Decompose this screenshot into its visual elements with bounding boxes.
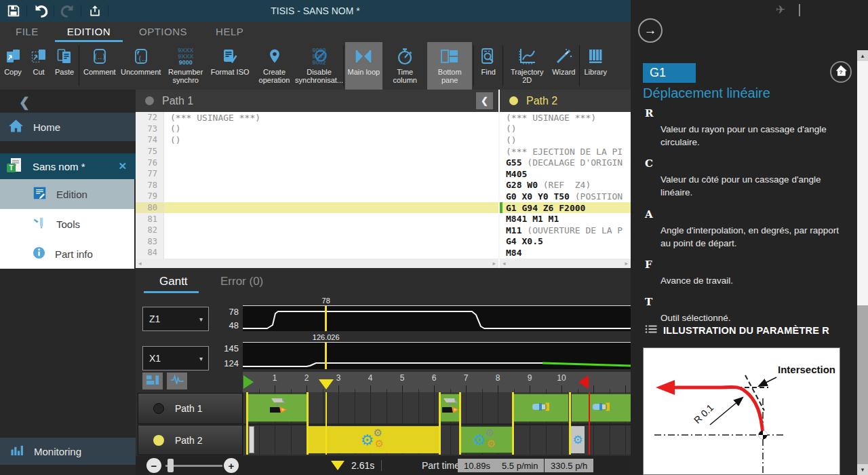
timeline-ruler[interactable]: 12345678910 [243, 372, 631, 392]
code-line[interactable]: M11 (OUVERTURE DE LA P [500, 225, 631, 236]
scroll-down-icon[interactable]: ▾ [857, 464, 868, 475]
code-line[interactable]: 73() [136, 124, 498, 135]
gantt-block[interactable] [572, 394, 631, 422]
undo-icon[interactable] [31, 2, 50, 20]
gantt-block[interactable]: ⚙ [571, 426, 585, 453]
scroll-up-icon[interactable]: ▴ [857, 50, 868, 61]
find-button[interactable]: Find [475, 42, 501, 90]
sidebar-item-part-info[interactable]: Part info [0, 239, 134, 269]
sidebar-item-edition[interactable]: Edition [0, 179, 134, 209]
menu-help[interactable]: HELP [201, 22, 258, 42]
axis-selector-x1[interactable]: X1 ▾ [142, 346, 209, 370]
disable-synchro-button[interactable]: 900090019002 Disable synchronisat... [297, 42, 342, 90]
code-line[interactable]: G55 (DECALAGE D'ORIGIN [500, 157, 631, 168]
time-column-button[interactable]: Time column [382, 42, 427, 90]
code-line[interactable]: 79 [136, 191, 498, 202]
help-panel-scrollbar[interactable]: ▴ ▾ [857, 50, 868, 475]
tab-gantt[interactable]: Gantt [159, 275, 188, 288]
panel-collapse-button[interactable]: ❮ [476, 92, 493, 109]
sidebar-item-tools[interactable]: Tools [0, 209, 134, 239]
code-line[interactable]: 82 [136, 225, 498, 236]
gantt-lanes[interactable]: ⚙⚙⚙⚙⚙⚙⚙ [243, 392, 631, 455]
code-line[interactable]: 77 [136, 168, 498, 180]
code-line[interactable]: G28 W0 (REF Z4) [500, 180, 631, 191]
code-line[interactable]: 78 [136, 180, 498, 191]
main-loop-button[interactable]: Main loop [345, 42, 383, 90]
code-line[interactable]: 80 [136, 202, 498, 214]
create-operation-button[interactable]: Create operation [252, 42, 297, 90]
uncomment-button[interactable]: (‥ Uncomment [119, 42, 163, 90]
scroll-left-icon[interactable]: ◂ [502, 260, 506, 267]
zoom-in-button[interactable]: + [224, 458, 239, 473]
path1-horizontal-scrollbar[interactable]: ◂ ▸ [136, 259, 498, 268]
path1-code-area[interactable]: 72(*** USINAGE ***)73()74()7576777879808… [136, 112, 498, 259]
pin-panel-icon[interactable]: ✈ [776, 3, 785, 16]
save-icon[interactable] [4, 2, 22, 20]
code-line[interactable]: 81 [136, 213, 498, 225]
paste-button[interactable]: Paste [52, 42, 77, 90]
zoom-slider-handle[interactable] [167, 459, 174, 472]
code-line[interactable]: () [500, 124, 631, 135]
path2-code-area[interactable]: (*** USINAGE ***)()()(*** EJECTION DE LA… [500, 112, 631, 259]
sidebar-project-tab[interactable]: T Sans nom * ✕ [0, 153, 136, 179]
menu-options[interactable]: OPTIONS [125, 22, 201, 42]
copy-button[interactable]: Copy [0, 42, 26, 90]
chart-cursor-line[interactable] [325, 343, 327, 369]
code-line[interactable]: 76 [136, 157, 498, 168]
scroll-left-icon[interactable]: ◂ [138, 260, 142, 267]
chart-cursor-line[interactable] [325, 306, 327, 331]
comment-button[interactable]: (‥) Comment [81, 42, 119, 90]
library-button[interactable]: Library [581, 42, 610, 90]
trajectory-2d-button[interactable]: Trajectory 2D [505, 42, 549, 90]
gantt-cursor-line[interactable] [326, 392, 327, 455]
zoom-out-button[interactable]: − [146, 458, 161, 473]
code-line[interactable]: M84 [500, 247, 631, 259]
scroll-right-icon[interactable]: ▸ [625, 260, 628, 267]
gantt-block[interactable] [248, 394, 307, 422]
code-line[interactable]: M841 M1 M1 [500, 213, 631, 225]
timeline-start-marker-icon[interactable] [243, 375, 254, 389]
gantt-block[interactable] [249, 426, 254, 453]
sidebar-collapse-icon[interactable]: ❮ [19, 94, 30, 110]
sidebar-item-home[interactable]: Home [0, 113, 136, 141]
code-line[interactable]: 83 [136, 236, 498, 248]
scrollbar-thumb[interactable] [857, 61, 868, 305]
timeline-cursor-handle[interactable] [319, 379, 334, 390]
bottom-pane-button[interactable]: Bottom pane [427, 42, 472, 90]
code-line[interactable]: G1 G94 Z6 F2000 [500, 202, 631, 214]
waveform-view-button[interactable] [167, 373, 187, 390]
code-line[interactable]: 72(*** USINAGE ***) [136, 112, 498, 124]
menu-file[interactable]: FILE [1, 22, 53, 42]
code-line[interactable]: 84 [136, 247, 498, 259]
code-line[interactable]: G4 X0.5 [500, 236, 631, 248]
gantt-block[interactable]: ⚙⚙⚙ [460, 426, 512, 453]
code-line[interactable]: (*** USINAGE ***) [500, 112, 631, 124]
tab-error[interactable]: Error (0) [220, 275, 263, 288]
timeline-end-marker-icon[interactable] [578, 375, 589, 389]
sidebar-item-monitoring[interactable]: Monitoring [0, 438, 136, 465]
gantt-row-path2[interactable]: Path 2 [138, 425, 243, 455]
cut-button[interactable]: Cut [26, 42, 52, 90]
code-line[interactable]: 74() [136, 134, 498, 146]
help-forward-button[interactable]: → [638, 18, 663, 43]
gantt-block[interactable]: ⚙⚙⚙ [309, 426, 439, 453]
scroll-right-icon[interactable]: ▸ [492, 260, 496, 267]
code-line[interactable]: 75 [136, 146, 498, 157]
axis-selector-z1[interactable]: Z1 ▾ [142, 307, 209, 331]
gantt-block[interactable] [514, 394, 569, 422]
gantt-block[interactable] [440, 394, 459, 422]
close-icon[interactable]: ✕ [118, 160, 127, 172]
gantt-view-button[interactable] [142, 373, 163, 390]
redo-icon[interactable] [58, 2, 77, 20]
export-icon[interactable] [85, 2, 104, 20]
menu-edition[interactable]: EDITION [53, 22, 125, 42]
code-line[interactable]: G0 X0 Y0 T50 (POSITION [500, 191, 631, 202]
path2-horizontal-scrollbar[interactable]: ◂ ▸ [500, 259, 631, 268]
code-line[interactable]: M405 [500, 168, 631, 180]
gantt-row-path1[interactable]: Path 1 [138, 393, 243, 424]
format-iso-button[interactable]: Format ISO [208, 42, 252, 90]
zoom-slider-track[interactable] [165, 465, 222, 467]
help-home-button[interactable]: ? [830, 61, 852, 83]
code-line[interactable]: () [500, 134, 631, 146]
renumber-synchro-button[interactable]: 9XXX9XXX9000 Renumber synchro [163, 42, 208, 90]
